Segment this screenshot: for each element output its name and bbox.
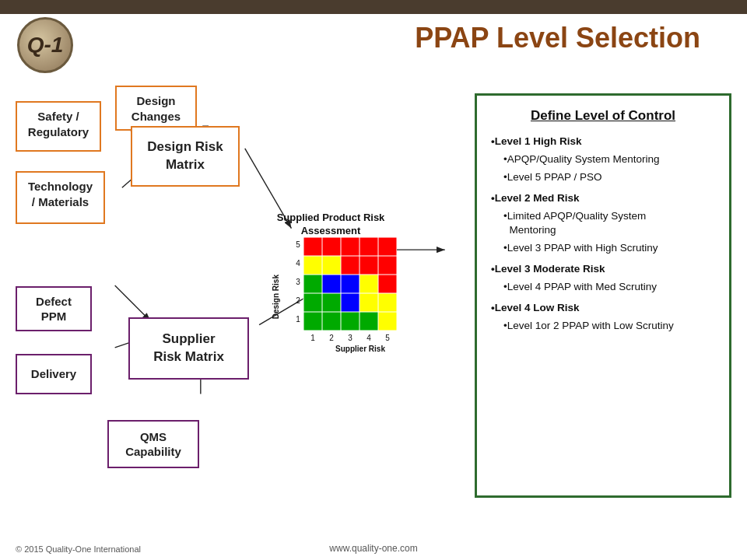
svg-rect-10 [303, 237, 322, 256]
svg-text:4: 4 [366, 334, 371, 342]
svg-rect-33 [359, 312, 378, 331]
svg-text:1: 1 [310, 334, 315, 342]
svg-text:2: 2 [296, 296, 300, 305]
svg-text:3: 3 [296, 278, 300, 286]
svg-rect-21 [322, 275, 341, 293]
diagram: Safety /Regulatory DesignChanges Technol… [0, 86, 747, 521]
technology-materials-label: Technology/ Materials [28, 180, 93, 208]
svg-rect-24 [378, 275, 397, 293]
qms-capability-box: QMSCapability [107, 420, 199, 468]
control-level1-item1: •APQP/Quality System Mentoring [491, 152, 715, 167]
control-level2-header: •Level 2 Med Risk [491, 191, 715, 206]
svg-rect-25 [303, 293, 322, 312]
svg-rect-23 [359, 275, 378, 293]
control-level4-item1: •Level 1or 2 PPAP with Low Scrutiny [491, 319, 715, 334]
control-level3-header: •Level 3 Moderate Risk [491, 262, 715, 277]
svg-rect-14 [378, 237, 397, 256]
define-level-control-box: Define Level of Control •Level 1 High Ri… [475, 93, 731, 498]
control-level2-item2: •Level 3 PPAP with High Scrutiny [491, 241, 715, 256]
svg-rect-16 [322, 256, 341, 275]
svg-rect-32 [341, 312, 359, 331]
supplier-risk-axis-label: Supplier Risk [329, 345, 391, 353]
supplier-risk-matrix-box: SupplierRisk Matrix [128, 317, 249, 380]
supplier-risk-matrix-label: SupplierRisk Matrix [153, 331, 224, 366]
svg-rect-31 [322, 312, 341, 331]
control-level1-header: •Level 1 High Risk [491, 135, 715, 149]
safety-regulatory-box: Safety /Regulatory [16, 101, 101, 152]
defect-ppm-box: DefectPPM [16, 286, 92, 331]
design-changes-label: DesignChanges [132, 94, 181, 123]
logo-text: Q-1 [27, 33, 64, 58]
svg-text:1: 1 [296, 315, 300, 324]
svg-rect-20 [303, 275, 322, 293]
delivery-box: Delivery [16, 354, 92, 394]
svg-rect-18 [359, 256, 378, 275]
design-risk-matrix-box: Design RiskMatrix [131, 126, 240, 187]
design-risk-axis-label: Design Risk [272, 275, 280, 319]
svg-rect-29 [378, 293, 397, 312]
svg-rect-27 [341, 293, 359, 312]
header-bar [0, 0, 747, 14]
svg-rect-13 [359, 237, 378, 256]
footer-copyright: © 2015 Quality-One International [16, 544, 141, 554]
svg-rect-26 [322, 293, 341, 312]
control-level2-item1: •Limited APQP/Quality System Mentoring [491, 209, 715, 239]
control-level1-item2: •Level 5 PPAP / PSO [491, 170, 715, 185]
control-level3-item1: •Level 4 PPAP with Med Scrutiny [491, 280, 715, 295]
svg-text:5: 5 [296, 240, 300, 249]
svg-rect-28 [359, 293, 378, 312]
svg-rect-11 [322, 237, 341, 256]
svg-text:3: 3 [348, 334, 352, 342]
svg-text:5: 5 [385, 334, 390, 342]
risk-matrix: 5 4 3 2 1 1 2 3 4 5 Design Risk Supplier… [284, 237, 397, 350]
design-changes-box: DesignChanges [115, 86, 197, 131]
svg-rect-30 [303, 312, 322, 331]
svg-rect-12 [341, 237, 359, 256]
spra-label: Supplied Product Risk Assessment [276, 212, 385, 238]
safety-regulatory-label: Safety /Regulatory [28, 110, 89, 138]
svg-line-6 [115, 285, 151, 321]
svg-rect-19 [378, 256, 397, 275]
svg-text:2: 2 [329, 334, 334, 342]
control-level4-header: •Level 4 Low Risk [491, 301, 715, 316]
svg-rect-34 [378, 312, 397, 331]
qms-capability-label: QMSCapability [125, 429, 181, 460]
svg-rect-15 [303, 256, 322, 275]
delivery-label: Delivery [31, 366, 76, 382]
page-title: PPAP Level Selection [415, 22, 700, 54]
svg-rect-17 [341, 256, 359, 275]
technology-materials-box: Technology/ Materials [16, 171, 105, 224]
logo: Q-1 [17, 17, 73, 73]
svg-rect-22 [341, 275, 359, 293]
control-box-title: Define Level of Control [491, 108, 715, 124]
defect-ppm-label: DefectPPM [36, 294, 72, 324]
svg-text:4: 4 [296, 259, 300, 268]
design-risk-matrix-label: Design RiskMatrix [147, 138, 223, 174]
